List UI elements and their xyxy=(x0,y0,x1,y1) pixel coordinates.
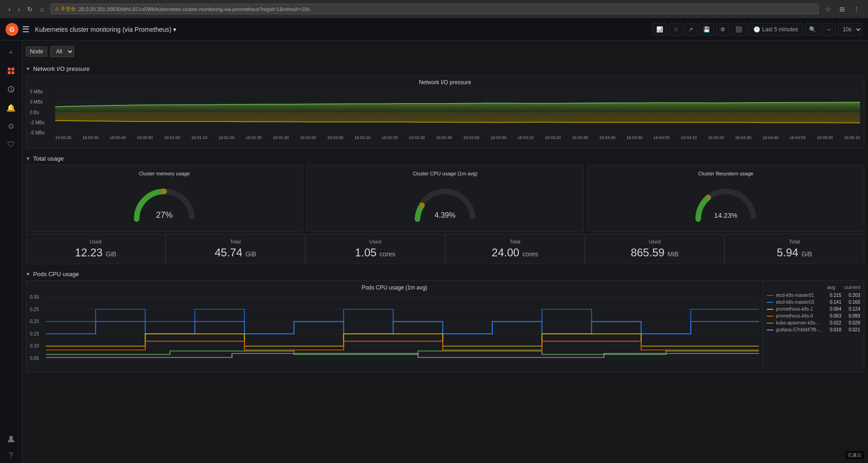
time-range-button[interactable]: 🕐 Last 5 minutes xyxy=(748,23,803,36)
nav-buttons: ‹ › ↻ ⌂ xyxy=(6,5,47,14)
legend-current-prometheus-1: 0.124 xyxy=(844,307,860,312)
memory-used-value: 12.23 GiB xyxy=(32,246,160,259)
cpu-used-value: 1.05 cores xyxy=(311,246,439,259)
sidebar-item-settings[interactable]: ⚙ xyxy=(3,118,19,134)
legend-current-etcd-master03: 0.160 xyxy=(844,300,860,305)
svg-rect-1 xyxy=(12,68,14,70)
refresh-button[interactable]: ↻ xyxy=(24,5,35,14)
network-section-title: Network I/O pressure xyxy=(33,65,90,72)
pods-cpu-section-title: Pods CPU usage xyxy=(33,271,79,278)
pods-y-labels: 0.30 0.25 0.20 0.15 0.10 0.05 xyxy=(30,295,46,368)
fs-used-cell: Used 865.59 MiB xyxy=(585,234,725,264)
tv-mode-button[interactable]: ⬛ xyxy=(731,23,746,36)
svg-text:4.39%: 4.39% xyxy=(434,211,455,219)
stats-row: Used 12.23 GiB Total 45.74 GiB Used 1.05… xyxy=(26,234,864,264)
sidebar-item-user[interactable] xyxy=(3,431,19,447)
fs-used-label: Used xyxy=(591,239,719,244)
legend-color-grafana xyxy=(767,330,773,330)
pods-chart-container: Pods CPU usage (1m avg) 0.30 0.25 0.20 0… xyxy=(26,280,864,372)
sidebar-item-add[interactable]: + xyxy=(3,44,19,61)
zoom-out-button[interactable]: ↔ xyxy=(822,23,836,36)
save-button[interactable]: 💾 xyxy=(699,23,714,36)
cpu-gauge-title: Cluster CPU usage (1m avg) xyxy=(413,171,478,176)
fs-total-cell: Total 5.94 GiB xyxy=(724,234,864,264)
legend-item-grafana: grafana-57hfdd47f8-hhlxv 0.018 0.021 xyxy=(767,326,860,333)
share-button[interactable]: ↗ xyxy=(684,23,697,36)
cpu-total-label: Total xyxy=(451,239,579,244)
cpu-used-cell: Used 1.05 cores xyxy=(305,234,445,264)
time-range-label: Last 5 minutes xyxy=(762,26,798,33)
grafana-logo[interactable]: G xyxy=(6,23,18,36)
svg-text:27%: 27% xyxy=(156,210,173,220)
settings-button[interactable]: ⚙ xyxy=(716,23,729,36)
legend-current-kube-apiserver: 0.029 xyxy=(844,320,860,325)
star-button[interactable]: ☆ xyxy=(669,23,683,36)
home-button[interactable]: ⌂ xyxy=(37,5,46,14)
back-button[interactable]: ‹ xyxy=(6,5,13,14)
legend-avg-grafana: 0.018 xyxy=(825,327,841,332)
add-panel-button[interactable]: 📊 xyxy=(652,23,667,36)
svg-point-4 xyxy=(9,436,13,440)
fs-total-value: 5.94 GiB xyxy=(730,246,858,259)
sidebar-item-explore[interactable] xyxy=(3,81,19,98)
legend-name-grafana: grafana-57hfdd47f8-hhlxv xyxy=(776,327,822,332)
filter-bar: Node All xyxy=(26,44,864,59)
legend-item-prometheus-0: prometheus-k8s-0 0.063 0.093 xyxy=(767,313,860,319)
memory-used-label: Used xyxy=(32,239,160,244)
cpu-gauge-panel: Cluster CPU usage (1m avg) 4.39% xyxy=(307,165,584,232)
forward-button[interactable]: › xyxy=(15,5,23,14)
legend-color-etcd-master01 xyxy=(767,295,773,296)
search-time-button[interactable]: 🔍 xyxy=(805,23,820,36)
menu-button[interactable]: ⋮ xyxy=(851,5,862,14)
grafana-topbar: G ☰ Kubernetes cluster monitoring (via P… xyxy=(0,18,868,41)
legend-name-prometheus-1: prometheus-k8s-1 xyxy=(776,307,822,312)
cpu-gauge-svg: 4.39% xyxy=(408,180,482,226)
sidebar-item-alerts[interactable]: 🔔 xyxy=(3,99,19,116)
refresh-interval-select[interactable]: 10s xyxy=(838,23,862,36)
sidebar-bottom: ? xyxy=(3,431,19,463)
network-chart-title: Network I/O pressure xyxy=(30,79,860,86)
network-chart-svg xyxy=(55,89,860,135)
legend-avg-etcd-master03: 0.141 xyxy=(825,300,841,305)
total-usage-section-header[interactable]: ▼ Total usage xyxy=(26,152,864,165)
filesystem-gauge-panel: Cluster filesystem usage 14.23% xyxy=(587,165,864,232)
legend-item-prometheus-1: prometheus-k8s-1 0.084 0.124 xyxy=(767,306,860,313)
node-filter-select[interactable]: All xyxy=(50,46,74,57)
legend-name-etcd-master03: etcd-k8s-master03 xyxy=(776,300,822,305)
network-chart-panel: Network I/O pressure 5 MBs 3 MBs 0 Bs -2… xyxy=(26,75,864,149)
legend-avg-header: avg xyxy=(827,284,835,290)
cpu-total-value: 24.00 cores xyxy=(451,246,579,259)
memory-total-cell: Total 45.74 GiB xyxy=(166,234,306,264)
svg-rect-0 xyxy=(8,68,11,70)
extensions-button[interactable]: ⊞ xyxy=(837,5,848,14)
legend-name-kube-apiserver: kube-apiserver-k8s-master01 xyxy=(776,320,822,325)
svg-rect-3 xyxy=(12,71,14,74)
legend-current-etcd-master01: 0.203 xyxy=(844,293,860,298)
network-section-header[interactable]: ▼ Network I/O pressure xyxy=(26,63,864,75)
hamburger-menu[interactable]: ☰ xyxy=(22,24,29,35)
sidebar: + 🔔 ⚙ 🛡 ? xyxy=(0,41,22,463)
memory-gauge-title: Cluster memory usage xyxy=(139,171,190,176)
memory-gauge-panel: Cluster memory usage 27% xyxy=(26,165,303,232)
memory-total-value: 45.74 GiB xyxy=(172,246,300,259)
memory-used-cell: Used 12.23 GiB xyxy=(26,234,166,264)
node-filter-label: Node xyxy=(26,46,47,57)
sidebar-item-shield[interactable]: 🛡 xyxy=(3,136,19,153)
address-bar[interactable]: ⚠ 不安全 20.0.20.201:30030/d/hLSCcx5Wk/kube… xyxy=(51,4,819,14)
pods-legend: avg current etcd-k8s-master01 0.215 0.20… xyxy=(763,280,864,372)
bookmark-button[interactable]: ☆ xyxy=(822,5,834,14)
legend-name-prometheus-0: prometheus-k8s-0 xyxy=(776,313,822,318)
pods-svg-container: cores xyxy=(46,295,759,368)
legend-avg-prometheus-0: 0.063 xyxy=(825,313,841,318)
legend-name-etcd-master01: etcd-k8s-master01 xyxy=(776,293,822,298)
sidebar-item-dashboard[interactable] xyxy=(3,63,19,79)
legend-avg-prometheus-1: 0.084 xyxy=(825,307,841,312)
memory-total-label: Total xyxy=(172,239,300,244)
main-content: Node All ▼ Network I/O pressure Network … xyxy=(22,41,868,463)
dashboard-title[interactable]: Kubernetes cluster monitoring (via Prome… xyxy=(35,26,648,33)
pods-cpu-section-header[interactable]: ▼ Pods CPU usage xyxy=(26,268,864,280)
legend-item-kube-apiserver: kube-apiserver-k8s-master01 0.022 0.029 xyxy=(767,319,860,326)
url-text: 20.0.20.201:30030/d/hLSCcx5Wk/kubernetes… xyxy=(79,6,310,12)
sidebar-item-help[interactable]: ? xyxy=(3,447,19,463)
legend-current-header: current xyxy=(845,284,860,290)
